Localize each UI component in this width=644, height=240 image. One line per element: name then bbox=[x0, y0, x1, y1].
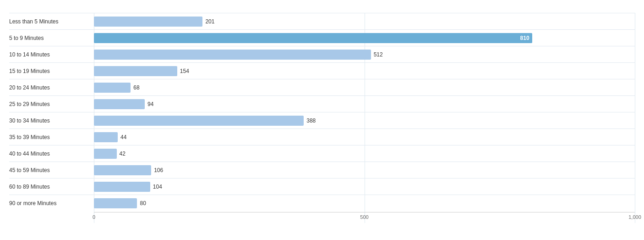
bar-value: 80 bbox=[140, 200, 146, 207]
bar-container: 80 bbox=[94, 195, 635, 211]
bar bbox=[94, 17, 202, 27]
bar-value-inside: 810 bbox=[520, 35, 529, 41]
x-axis-tick: 500 bbox=[360, 214, 368, 220]
x-axis-tick: 1,000 bbox=[628, 214, 641, 220]
x-axis-tick: 0 bbox=[93, 214, 95, 220]
bar-label: 45 to 59 Minutes bbox=[9, 167, 94, 173]
bar-container: 94 bbox=[94, 96, 635, 112]
bar-container: 154 bbox=[94, 63, 635, 79]
bar-row: Less than 5 Minutes201 bbox=[9, 13, 635, 29]
bar-row: 15 to 19 Minutes154 bbox=[9, 62, 635, 79]
bar bbox=[94, 132, 118, 142]
bar-row: 25 to 29 Minutes94 bbox=[9, 95, 635, 112]
bar-value: 44 bbox=[120, 134, 126, 140]
bar-value: 512 bbox=[374, 51, 383, 58]
bar-container: 388 bbox=[94, 112, 635, 128]
bar-row: 45 to 59 Minutes106 bbox=[9, 162, 635, 178]
bar-container: 104 bbox=[94, 179, 635, 195]
bar-value: 154 bbox=[180, 68, 189, 74]
bar-label: Less than 5 Minutes bbox=[9, 18, 94, 25]
bar bbox=[94, 99, 145, 109]
bar-value: 201 bbox=[205, 18, 214, 25]
bar-label: 5 to 9 Minutes bbox=[9, 35, 94, 41]
bar-container: 810 bbox=[94, 30, 635, 46]
bar-value: 388 bbox=[306, 117, 316, 124]
bar-row: 35 to 39 Minutes44 bbox=[9, 128, 635, 145]
bar-container: 512 bbox=[94, 46, 635, 62]
bar bbox=[94, 165, 151, 175]
bar-value: 94 bbox=[147, 101, 153, 107]
bar-row: 90 or more Minutes80 bbox=[9, 195, 635, 211]
bar bbox=[94, 50, 371, 60]
bar-container: 68 bbox=[94, 79, 635, 95]
bar-row: 20 to 24 Minutes68 bbox=[9, 79, 635, 95]
bar bbox=[94, 198, 137, 208]
bar-label: 40 to 44 Minutes bbox=[9, 151, 94, 157]
bar-label: 35 to 39 Minutes bbox=[9, 134, 94, 140]
bar bbox=[94, 149, 117, 159]
bar-row: 60 to 89 Minutes104 bbox=[9, 178, 635, 195]
bar-label: 15 to 19 Minutes bbox=[9, 68, 94, 74]
bar-row: 10 to 14 Minutes512 bbox=[9, 46, 635, 62]
bar bbox=[94, 116, 304, 126]
bar-value: 68 bbox=[133, 84, 139, 91]
bar-label: 10 to 14 Minutes bbox=[9, 51, 94, 58]
bar-row: 5 to 9 Minutes810 bbox=[9, 29, 635, 46]
bar-label: 25 to 29 Minutes bbox=[9, 101, 94, 107]
bar-value: 42 bbox=[120, 151, 126, 157]
bar-value: 106 bbox=[154, 167, 163, 173]
bar bbox=[94, 182, 150, 192]
bar-label: 20 to 24 Minutes bbox=[9, 84, 94, 91]
bar-row: 30 to 34 Minutes388 bbox=[9, 112, 635, 128]
bar-container: 44 bbox=[94, 129, 635, 145]
bar-label: 90 or more Minutes bbox=[9, 200, 94, 207]
bar-container: 42 bbox=[94, 145, 635, 162]
bar-row: 40 to 44 Minutes42 bbox=[9, 145, 635, 162]
bar-label: 30 to 34 Minutes bbox=[9, 117, 94, 124]
bar-container: 106 bbox=[94, 162, 635, 178]
bar: 810 bbox=[94, 33, 532, 43]
bar-label: 60 to 89 Minutes bbox=[9, 184, 94, 190]
bar bbox=[94, 66, 177, 76]
bar-container: 201 bbox=[94, 13, 635, 29]
grid-line bbox=[635, 13, 635, 223]
bar bbox=[94, 83, 131, 93]
bar-value: 104 bbox=[153, 184, 162, 190]
chart-area: Less than 5 Minutes2015 to 9 Minutes8101… bbox=[9, 13, 635, 223]
